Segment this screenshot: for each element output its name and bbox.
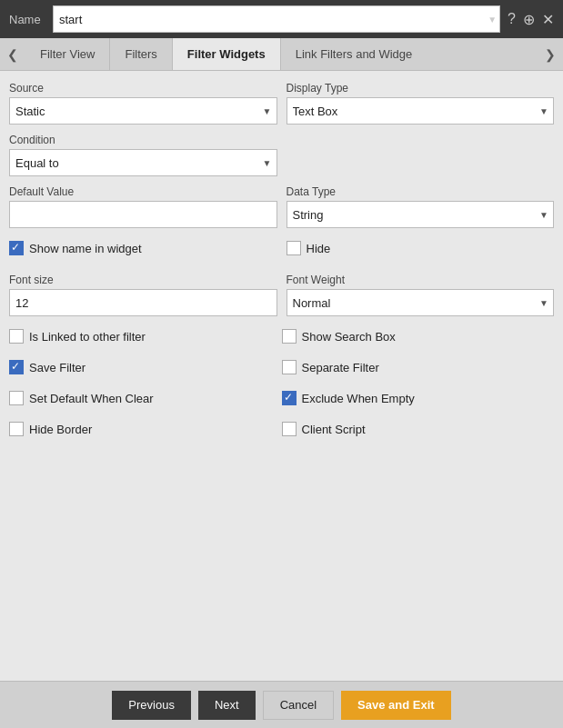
tab-left-arrow[interactable]: ❮ xyxy=(0,38,25,70)
move-icon[interactable]: ⊕ xyxy=(523,11,535,28)
save-filter-row: Save Filter xyxy=(9,356,282,378)
tab-link-filters[interactable]: Link Filters and Widge xyxy=(281,47,538,61)
tab-right-arrow[interactable]: ❯ xyxy=(538,38,563,70)
checkboxes-left-col: Is Linked to other filter Save Filter Se… xyxy=(9,325,282,449)
next-button[interactable]: Next xyxy=(198,691,256,720)
display-type-select[interactable]: Text Box Dropdown List xyxy=(287,97,555,125)
tab-filters[interactable]: Filters xyxy=(110,38,172,70)
display-type-col: Display Type Text Box Dropdown List ▼ xyxy=(287,82,555,125)
checkboxes-section: Is Linked to other filter Save Filter Se… xyxy=(9,325,554,449)
set-default-label[interactable]: Set Default When Clear xyxy=(29,392,154,405)
name-label: Name xyxy=(9,13,45,26)
data-type-select-wrap: String Integer Date Boolean ▼ xyxy=(287,201,555,228)
show-name-label[interactable]: Show name in widget xyxy=(29,242,142,255)
separate-filter-label[interactable]: Separate Filter xyxy=(302,361,379,374)
hide-checkbox[interactable] xyxy=(287,241,301,255)
condition-spacer xyxy=(287,134,555,176)
show-name-checkbox[interactable] xyxy=(9,241,24,255)
client-script-checkbox[interactable] xyxy=(282,422,297,436)
show-search-checkbox[interactable] xyxy=(282,329,297,344)
font-size-input[interactable] xyxy=(9,289,277,316)
set-default-checkbox[interactable] xyxy=(9,391,24,405)
tabs: ❮ Filter View Filters Filter Widgets Lin… xyxy=(0,38,563,71)
condition-col: Condition Equal to Not Equal to Contains… xyxy=(9,134,277,176)
checkboxes-right-col: Show Search Box Separate Filter Exclude … xyxy=(282,325,555,449)
hide-border-checkbox[interactable] xyxy=(9,422,24,436)
cancel-button[interactable]: Cancel xyxy=(263,691,334,720)
default-datatype-row: Default Value Data Type String Integer D… xyxy=(9,185,554,228)
exclude-empty-checkbox[interactable] xyxy=(282,391,297,405)
source-label: Source xyxy=(9,82,277,95)
save-exit-button[interactable]: Save and Exit xyxy=(341,691,451,720)
source-select-wrap: Static Dynamic ▼ xyxy=(9,97,277,125)
source-select[interactable]: Static Dynamic xyxy=(9,97,277,125)
condition-row: Condition Equal to Not Equal to Contains… xyxy=(9,134,554,176)
default-value-label: Default Value xyxy=(9,185,277,198)
font-weight-col: Font Weight Normal Bold Light ▼ xyxy=(287,274,555,316)
hide-border-row: Hide Border xyxy=(9,418,282,440)
help-icon[interactable]: ? xyxy=(508,11,516,27)
font-size-col: Font size xyxy=(9,274,277,316)
condition-select-wrap: Equal to Not Equal to Contains Greater t… xyxy=(9,149,277,176)
is-linked-row: Is Linked to other filter xyxy=(9,325,282,347)
client-script-label[interactable]: Client Script xyxy=(302,423,366,436)
save-filter-checkbox[interactable] xyxy=(9,360,24,374)
separate-filter-checkbox[interactable] xyxy=(282,360,297,374)
header: Name ▼ ? ⊕ ✕ xyxy=(0,0,563,38)
separate-filter-row: Separate Filter xyxy=(282,356,555,378)
is-linked-checkbox[interactable] xyxy=(9,329,24,344)
footer: Previous Next Cancel Save and Exit xyxy=(0,681,563,728)
save-filter-label[interactable]: Save Filter xyxy=(29,361,85,374)
condition-select[interactable]: Equal to Not Equal to Contains Greater t… xyxy=(9,149,277,176)
source-col: Source Static Dynamic ▼ xyxy=(9,82,277,125)
data-type-label: Data Type xyxy=(287,185,555,198)
data-type-col: Data Type String Integer Date Boolean ▼ xyxy=(287,185,555,228)
default-value-col: Default Value xyxy=(9,185,277,228)
set-default-row: Set Default When Clear xyxy=(9,387,282,409)
close-icon[interactable]: ✕ xyxy=(542,11,554,28)
show-name-checkbox-row: Show name in widget xyxy=(9,237,277,259)
exclude-empty-row: Exclude When Empty xyxy=(282,387,555,409)
header-icons: ? ⊕ ✕ xyxy=(508,11,554,28)
font-weight-label: Font Weight xyxy=(287,274,555,286)
show-search-row: Show Search Box xyxy=(282,325,555,347)
source-display-row: Source Static Dynamic ▼ Display Type Tex… xyxy=(9,82,554,125)
previous-button[interactable]: Previous xyxy=(112,691,191,720)
hide-border-label[interactable]: Hide Border xyxy=(29,423,92,436)
hide-checkbox-row: Hide xyxy=(287,237,555,259)
client-script-row: Client Script xyxy=(282,418,555,440)
show-search-label[interactable]: Show Search Box xyxy=(302,330,396,344)
display-type-label: Display Type xyxy=(287,82,555,95)
name-input-wrap: ▼ xyxy=(53,5,500,33)
font-weight-select-wrap: Normal Bold Light ▼ xyxy=(287,289,555,316)
font-weight-select[interactable]: Normal Bold Light xyxy=(287,289,555,316)
data-type-select[interactable]: String Integer Date Boolean xyxy=(287,201,555,228)
default-value-input[interactable] xyxy=(9,201,277,228)
tab-filter-view[interactable]: Filter View xyxy=(25,38,110,70)
hide-label[interactable]: Hide xyxy=(307,242,331,255)
display-type-select-wrap: Text Box Dropdown List ▼ xyxy=(287,97,555,125)
is-linked-label[interactable]: Is Linked to other filter xyxy=(29,330,146,344)
font-row: Font size Font Weight Normal Bold Light … xyxy=(9,274,554,316)
form-content: Source Static Dynamic ▼ Display Type Tex… xyxy=(0,71,563,681)
exclude-empty-label[interactable]: Exclude When Empty xyxy=(302,392,415,405)
tab-filter-widgets[interactable]: Filter Widgets xyxy=(173,38,281,70)
condition-label: Condition xyxy=(9,134,277,146)
font-size-label: Font size xyxy=(9,274,277,286)
name-input[interactable] xyxy=(53,5,500,33)
show-name-hide-row: Show name in widget Hide xyxy=(9,237,554,268)
